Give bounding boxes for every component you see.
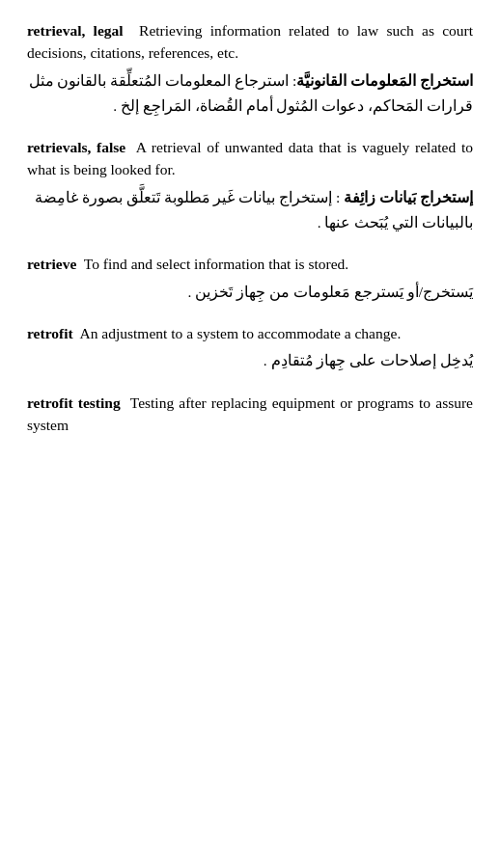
arabic-term-retrievals-false: إستخراج بَيانات زائِفة (344, 189, 473, 205)
term-retrofit: retrofit (27, 325, 73, 341)
entry-retrofit: retrofit An adjustment to a system to ac… (27, 322, 473, 374)
arabic-term-retrieval-legal: استخراج المَعلومات القانونيَّة (296, 72, 473, 89)
entry-english-retrofit-testing: retrofit testing Testing after replacing… (27, 392, 473, 437)
term-retrieve: retrieve (27, 256, 76, 272)
entry-arabic-retrieve: يَستخرج/أو يَسترجع مَعلومات من جِهاز تَخ… (27, 280, 473, 305)
term-retrievals-false: retrievals, false (27, 139, 125, 155)
entry-retrieval-legal: retrieval, legal Retrieving information … (27, 19, 473, 119)
definition-retrieve: To find and select information that is s… (84, 256, 348, 272)
arabic-definition-retrieve: يَستخرج/أو يَسترجع مَعلومات من جِهاز تَخ… (188, 284, 473, 300)
entry-english-retrieve: retrieve To find and select information … (27, 253, 473, 275)
entry-arabic-retrievals-false: إستخراج بَيانات زائِفة : إستخراج بيانات … (27, 185, 473, 236)
entry-arabic-retrofit: يُدخِل إصلاحات على جِهاز مُتقادِم . (27, 348, 473, 373)
entry-arabic-retrieval-legal: استخراج المَعلومات القانونيَّة: استرجاع … (27, 68, 473, 120)
entry-retrieve: retrieve To find and select information … (27, 253, 473, 305)
entry-retrofit-testing: retrofit testing Testing after replacing… (27, 392, 473, 437)
entry-english-retrofit: retrofit An adjustment to a system to ac… (27, 322, 473, 344)
arabic-definition-retrofit: يُدخِل إصلاحات على جِهاز مُتقادِم . (264, 352, 473, 368)
entry-english-retrieval-legal: retrieval, legal Retrieving information … (27, 19, 473, 65)
definition-retrofit: An adjustment to a system to accommodate… (80, 325, 402, 341)
dictionary-page: retrieval, legal Retrieving information … (27, 19, 473, 436)
term-retrieval-legal: retrieval, legal (27, 22, 124, 39)
entry-english-retrievals-false: retrievals, false A retrieval of unwante… (27, 136, 473, 181)
term-retrofit-testing: retrofit testing (27, 394, 121, 411)
entry-retrievals-false: retrievals, false A retrieval of unwante… (27, 136, 473, 235)
